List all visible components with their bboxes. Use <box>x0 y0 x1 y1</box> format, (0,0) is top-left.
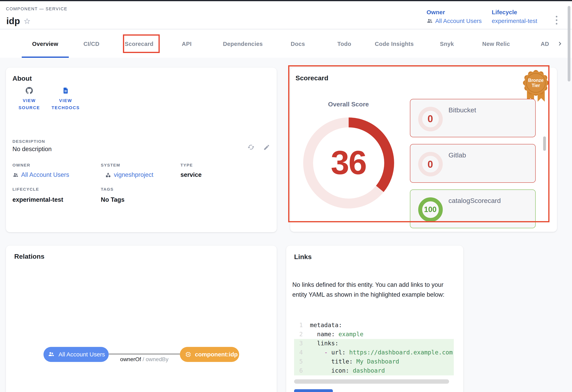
page-header: COMPONENT — SERVICE idp Owner All Accoun… <box>0 1 572 29</box>
scorecard-card: Scorecard Bronze Tier Overall Score <box>290 68 557 232</box>
page-title: idp <box>6 16 20 27</box>
about-card: About VIEW SOURCE VIEW TECHDOCS DESCRIPT… <box>6 68 277 232</box>
more-options-icon[interactable] <box>554 14 559 26</box>
about-title: About <box>13 75 32 83</box>
tab-api[interactable]: API <box>164 30 209 58</box>
overall-score-gauge: 36 <box>301 115 396 210</box>
bronze-tier-badge: Bronze Tier <box>523 70 549 103</box>
chevron-right-icon <box>556 40 564 48</box>
view-source-link[interactable]: VIEW SOURCE <box>16 87 42 111</box>
tags-field-label: TAGS <box>101 187 114 192</box>
links-empty-message: No links defined for this entity. You ca… <box>292 280 452 299</box>
code-horizontal-scrollbar[interactable] <box>294 379 449 384</box>
svg-text:Bronze: Bronze <box>528 78 543 83</box>
tab-dependencies[interactable]: Dependencies <box>209 30 276 58</box>
score-value: 0 <box>418 152 443 176</box>
links-title: Links <box>294 253 312 261</box>
score-name: Gitlab <box>448 151 466 159</box>
people-icon <box>13 172 18 178</box>
lifecycle-field-label: LIFECYCLE <box>13 187 39 192</box>
scorecard-title: Scorecard <box>296 74 328 82</box>
lifecycle-value: experimental-test <box>492 17 537 24</box>
relation-edge <box>109 354 180 354</box>
people-icon <box>427 17 433 24</box>
techdocs-icon <box>62 87 69 94</box>
tab-bar: Overview CI/CD Scorecard API Dependencie… <box>0 30 572 58</box>
tab-todo[interactable]: Todo <box>320 30 369 58</box>
owner-label: Owner <box>427 9 482 16</box>
system-field-label: SYSTEM <box>101 163 120 167</box>
yaml-code-block: 1metadata: 2 name: example 3 links: 4 - … <box>294 321 454 376</box>
links-action-button[interactable] <box>294 389 333 392</box>
owner-field-value[interactable]: All Account Users <box>13 171 69 179</box>
relation-edge-label: ownerOf / ownedBy <box>113 356 176 362</box>
people-icon <box>48 351 55 358</box>
edit-icon[interactable] <box>262 142 271 152</box>
owner-field-label: OWNER <box>13 163 31 167</box>
scorecard-item-gitlab[interactable]: 0 Gitlab <box>410 144 536 182</box>
lifecycle-field-value: experimental-test <box>13 196 63 203</box>
tab-snyk[interactable]: Snyk <box>419 30 474 58</box>
view-techdocs-link[interactable]: VIEW TECHDOCS <box>48 87 83 111</box>
owner-link[interactable]: All Account Users <box>427 17 482 24</box>
view-source-label: VIEW SOURCE <box>16 97 42 111</box>
view-techdocs-label: VIEW TECHDOCS <box>48 97 83 111</box>
entity-page: COMPONENT — SERVICE idp Owner All Accoun… <box>0 0 572 392</box>
svg-text:Tier: Tier <box>532 83 540 88</box>
scorecard-item-catalogscorecard[interactable]: 100 catalogScorecard <box>410 189 536 228</box>
type-field-label: TYPE <box>180 163 193 167</box>
score-value: 0 <box>418 107 443 131</box>
score-name: Bitbucket <box>448 106 476 114</box>
scorecard-tab-highlight <box>123 34 160 53</box>
tab-overview[interactable]: Overview <box>22 30 69 58</box>
system-icon <box>105 172 111 178</box>
relations-card: Relations All Account Users component:id… <box>6 246 277 392</box>
type-field-value: service <box>180 171 202 179</box>
system-field-value[interactable]: vigneshproject <box>105 171 153 179</box>
description-label: DESCRIPTION <box>13 139 45 144</box>
overall-score-value: 36 <box>301 115 396 210</box>
relation-node-user[interactable]: All Account Users <box>44 347 109 362</box>
chip-icon <box>185 351 191 358</box>
refresh-icon[interactable] <box>246 142 256 152</box>
star-icon[interactable] <box>23 17 31 25</box>
scorecard-item-bitbucket[interactable]: 0 Bitbucket <box>410 99 536 137</box>
tab-docs[interactable]: Docs <box>276 30 319 58</box>
tab-cicd[interactable]: CI/CD <box>69 30 114 58</box>
score-name: catalogScorecard <box>448 197 501 205</box>
owner-value: All Account Users <box>435 17 482 24</box>
lifecycle-label: Lifecycle <box>492 9 537 16</box>
description-value: No description <box>13 146 52 153</box>
relation-node-component[interactable]: component:idp <box>180 347 239 362</box>
github-icon <box>26 87 33 94</box>
tags-field-value: No Tags <box>101 196 125 203</box>
score-value: 100 <box>418 197 443 222</box>
scorecard-list-scrollbar[interactable] <box>543 136 546 151</box>
lifecycle-block: Lifecycle experimental-test <box>492 9 537 24</box>
tab-code-insights[interactable]: Code Insights <box>369 30 419 58</box>
overall-score-label: Overall Score <box>315 101 382 108</box>
links-card: Links No links defined for this entity. … <box>286 246 463 392</box>
breadcrumb: COMPONENT — SERVICE <box>6 6 67 11</box>
relations-title: Relations <box>14 253 45 261</box>
owner-block: Owner All Account Users <box>427 9 482 24</box>
tab-new-relic[interactable]: New Relic <box>474 30 518 58</box>
page-scrollbar[interactable] <box>568 6 570 82</box>
